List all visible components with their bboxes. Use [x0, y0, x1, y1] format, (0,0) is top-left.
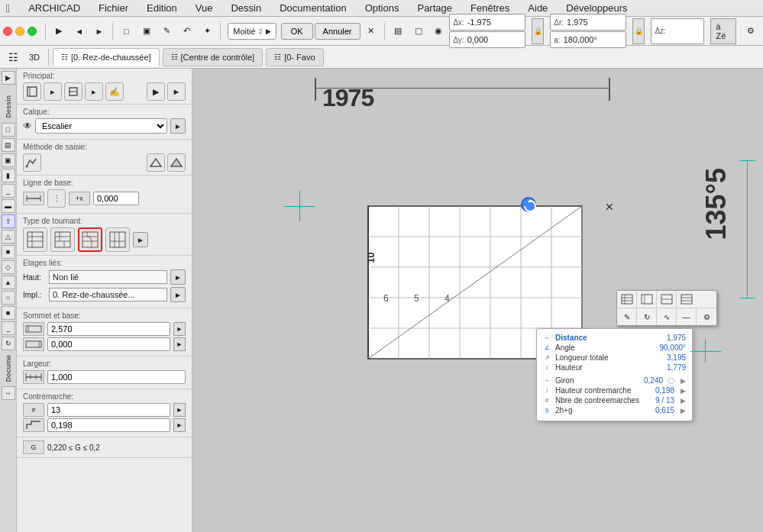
tournant-btn1[interactable]	[23, 227, 47, 252]
float-btn-grid3[interactable]	[657, 291, 677, 308]
contremarche-count-input[interactable]	[47, 403, 170, 417]
arc-tool[interactable]: ↻	[2, 337, 15, 350]
contremarche-val-arrow[interactable]: ►	[173, 418, 186, 432]
giron-arrow[interactable]: ▶	[681, 377, 686, 385]
float-btn-dash[interactable]: —	[677, 308, 697, 325]
ligne-base-input[interactable]	[93, 192, 139, 205]
impl-value[interactable]: 0. Rez-de-chaussée...	[49, 288, 167, 301]
base-arrow[interactable]: ►	[173, 337, 186, 351]
principal-btn2[interactable]: ▸	[44, 82, 62, 101]
ligne-sep-icon[interactable]: ⋮	[47, 189, 66, 208]
contremarche-count-arrow[interactable]: ►	[173, 403, 186, 417]
back-tool[interactable]: ◄	[70, 21, 88, 41]
lamp-tool[interactable]: ○	[2, 291, 15, 305]
settings-btn[interactable]: ⚙	[742, 21, 760, 41]
principal-btn3[interactable]	[64, 82, 82, 101]
minimize-button[interactable]	[15, 27, 24, 36]
line-tool[interactable]: ⎯	[2, 321, 15, 335]
float-btn-grid1[interactable]	[617, 291, 637, 308]
sommet-arrow[interactable]: ►	[173, 322, 186, 336]
hcm-arrow[interactable]: ▶	[681, 387, 686, 395]
roof-tool[interactable]: △	[2, 230, 15, 243]
close-tool[interactable]: ✕	[362, 21, 380, 41]
calque-select[interactable]: Escalier	[35, 118, 167, 134]
float-btn-grid2[interactable]	[637, 291, 657, 308]
ligne-base-icon[interactable]	[23, 192, 44, 205]
base-input[interactable]	[47, 337, 170, 351]
2hg-arrow[interactable]: ▶	[681, 407, 686, 414]
largeur-icon[interactable]	[23, 370, 44, 384]
rotate-handle[interactable]	[521, 197, 536, 212]
tab-centre-controle[interactable]: ☷ [Centre de contrôle]	[163, 48, 263, 66]
door-tool[interactable]: ▤	[2, 138, 15, 152]
window-tool[interactable]: ▣	[2, 153, 15, 167]
tournant-btn3-selected[interactable]	[78, 227, 102, 252]
coord-lock2[interactable]: 🔒	[632, 18, 645, 44]
wall-tool[interactable]: □	[2, 123, 15, 137]
menu-documentation[interactable]: Documentation	[276, 2, 349, 14]
close-button[interactable]	[3, 27, 12, 36]
annuler-button[interactable]: Annuler	[315, 23, 360, 40]
methode-btn1[interactable]	[23, 153, 41, 172]
base-icon[interactable]	[23, 337, 44, 351]
fill-tool[interactable]: ■	[2, 306, 15, 320]
haut-arrow[interactable]: ►	[170, 269, 186, 285]
pencil-tool[interactable]: ✎	[157, 21, 176, 41]
view-tool[interactable]: ◉	[429, 21, 448, 41]
floorplan-view[interactable]: ☷	[3, 47, 23, 67]
menu-aide[interactable]: Aide	[525, 2, 551, 14]
principal-right[interactable]: ►	[167, 82, 186, 101]
tab-rez-de-chaussee[interactable]: ☷ [0. Rez-de-chaussée]	[53, 48, 160, 66]
a-coord[interactable]: a: 180,000°	[550, 31, 626, 48]
dz-coord[interactable]: Δz:	[651, 18, 704, 44]
snap-tool[interactable]: ▢	[409, 21, 427, 41]
menu-options[interactable]: Options	[362, 2, 403, 14]
stair-close-btn[interactable]: ✕	[605, 201, 614, 213]
ligne-plus-icon[interactable]: +x	[69, 192, 90, 205]
select-tool-side[interactable]: ▶	[2, 71, 15, 85]
float-btn-gear[interactable]: ⚙	[697, 308, 716, 325]
beam-tool[interactable]: ⎯	[2, 184, 15, 198]
shell-tool[interactable]: ■	[2, 245, 15, 259]
methode-btn2[interactable]	[147, 153, 165, 172]
methode-btn3[interactable]	[167, 153, 186, 172]
menu-vue[interactable]: Vue	[192, 2, 216, 14]
impl-arrow[interactable]: ►	[170, 287, 186, 302]
largeur-input[interactable]	[47, 370, 186, 384]
sommet-input[interactable]	[47, 322, 170, 336]
3d-view[interactable]: 3D	[24, 47, 44, 67]
magic-tool[interactable]: ✦	[198, 21, 216, 41]
principal-hand[interactable]: ✍	[105, 82, 124, 101]
maximize-button[interactable]	[27, 27, 37, 36]
nbre-arrow[interactable]: ▶	[681, 397, 686, 405]
menu-dessin[interactable]: Dessin	[228, 2, 264, 14]
cursor-tool[interactable]: ↶	[178, 21, 196, 41]
contremarche-val-input[interactable]	[47, 418, 170, 432]
menu-fichier[interactable]: Fichier	[95, 2, 131, 14]
coord-lock[interactable]: 🔒	[532, 18, 544, 44]
morph-tool[interactable]: ◇	[2, 260, 15, 274]
menu-edition[interactable]: Edition	[144, 2, 180, 14]
grid-tool[interactable]: ▤	[389, 21, 407, 41]
principal-btn4[interactable]: ▸	[85, 82, 103, 101]
dx-coord[interactable]: Δx: -1,975	[449, 14, 525, 31]
tournant-btn4[interactable]	[105, 227, 130, 252]
arrow-tool[interactable]: ▶	[50, 21, 68, 41]
tab-favo[interactable]: ☷ [0- Favo	[266, 48, 323, 66]
column-tool[interactable]: ▮	[2, 169, 15, 182]
menu-archicad[interactable]: ARCHICAD	[25, 2, 83, 14]
apple-menu[interactable]: 	[6, 2, 10, 15]
tournant-more[interactable]: ►	[133, 232, 148, 247]
dr-coord[interactable]: Δr: 1,975	[550, 14, 626, 31]
moitie-selector[interactable]: Moitié 2 ▶	[228, 23, 276, 40]
ok-button[interactable]: OK	[281, 23, 313, 40]
stair-tool[interactable]: ⇧	[2, 214, 15, 228]
dimension-tool[interactable]: ↔	[2, 386, 15, 400]
transform-tool[interactable]: ▣	[137, 21, 156, 41]
float-btn-wave[interactable]: ∿	[657, 308, 677, 325]
haut-value[interactable]: Non lié	[49, 270, 167, 284]
sommet-icon[interactable]	[23, 322, 44, 336]
forward-tool[interactable]: ►	[90, 21, 108, 41]
canvas-area[interactable]: 1975 6	[192, 69, 763, 532]
menu-fenetres[interactable]: Fenêtres	[467, 2, 512, 14]
